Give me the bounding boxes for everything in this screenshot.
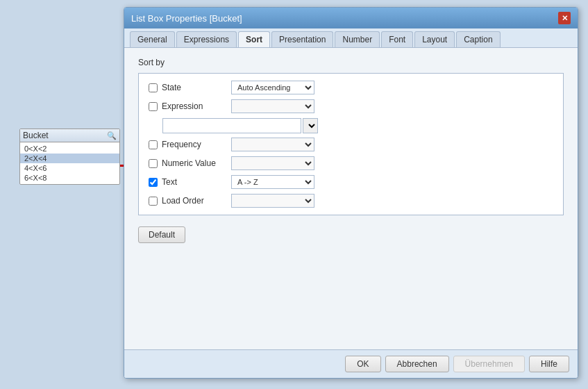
listbox-header: Bucket 🔍 (20, 129, 119, 142)
frequency-dropdown[interactable] (231, 138, 314, 151)
sort-row-text: Text A -> Z Z -> A (149, 175, 553, 189)
tab-general[interactable]: General (130, 31, 175, 47)
text-label: Text (162, 177, 231, 187)
frequency-label: Frequency (162, 140, 231, 149)
state-label: State (162, 83, 231, 92)
load-order-checkbox[interactable] (149, 197, 158, 206)
expression-input[interactable] (162, 118, 301, 133)
close-button[interactable]: ✕ (558, 12, 571, 24)
numeric-checkbox[interactable] (149, 159, 158, 168)
tab-expressions[interactable]: Expressions (176, 31, 237, 47)
default-button[interactable]: Default (138, 226, 185, 243)
dialog-content: Sort by State Auto Ascending Ascending D… (124, 48, 578, 253)
list-item[interactable]: 0<X<2 (20, 144, 119, 154)
numeric-label: Numeric Value (162, 158, 231, 168)
sort-row-state: State Auto Ascending Ascending Descendin… (149, 81, 553, 94)
ubernehmen-button: Übernehmen (453, 356, 525, 372)
tab-font[interactable]: Font (381, 31, 413, 47)
sort-row-frequency: Frequency (149, 138, 553, 151)
load-order-dropdown[interactable] (231, 194, 314, 208)
sort-row-numeric: Numeric Value (149, 156, 553, 170)
state-checkbox[interactable] (149, 83, 158, 92)
sort-row-expression-text: ▾ (162, 118, 553, 133)
listbox-items: 0<X<2 2<X<4 4<X<6 6<X<8 (20, 142, 119, 184)
listbox-widget: Bucket 🔍 0<X<2 2<X<4 4<X<6 6<X<8 (19, 129, 120, 185)
load-order-label: Load Order (162, 196, 231, 206)
tab-caption[interactable]: Caption (456, 31, 500, 47)
dialog-footer: OK Abbrechen Übernehmen Hilfe (124, 349, 578, 378)
dialog-title: List Box Properties [Bucket] (131, 13, 242, 24)
expression-label: Expression (162, 101, 231, 111)
search-icon[interactable]: 🔍 (107, 131, 117, 140)
list-item[interactable]: 2<X<4 (20, 154, 119, 163)
text-dropdown[interactable]: A -> Z Z -> A (231, 175, 314, 189)
sort-row-load-order: Load Order (149, 194, 553, 208)
expression-expand-dropdown[interactable]: ▾ (303, 118, 318, 133)
text-checkbox[interactable] (149, 178, 158, 187)
abbrechen-button[interactable]: Abbrechen (385, 356, 449, 372)
listbox-title: Bucket (23, 131, 49, 140)
state-dropdown[interactable]: Auto Ascending Ascending Descending (231, 81, 314, 94)
list-item[interactable]: 6<X<8 (20, 173, 119, 183)
hilfe-button[interactable]: Hilfe (529, 356, 569, 372)
tab-presentation[interactable]: Presentation (271, 31, 333, 47)
tab-number[interactable]: Number (335, 31, 380, 47)
dialog: List Box Properties [Bucket] ✕ General E… (124, 7, 578, 379)
sort-row-expression: Expression (149, 99, 553, 113)
ok-button[interactable]: OK (345, 356, 380, 372)
expression-checkbox[interactable] (149, 102, 158, 111)
tab-sort[interactable]: Sort (238, 31, 270, 47)
dialog-titlebar: List Box Properties [Bucket] ✕ (124, 8, 578, 28)
tab-layout[interactable]: Layout (414, 31, 455, 47)
sort-group: State Auto Ascending Ascending Descendin… (138, 73, 564, 215)
frequency-checkbox[interactable] (149, 140, 158, 149)
tabs-row: General Expressions Sort Presentation Nu… (124, 28, 578, 48)
sort-section-label: Sort by (138, 58, 564, 67)
numeric-dropdown[interactable] (231, 156, 314, 170)
list-item[interactable]: 4<X<6 (20, 163, 119, 173)
expression-dropdown[interactable] (231, 99, 314, 113)
